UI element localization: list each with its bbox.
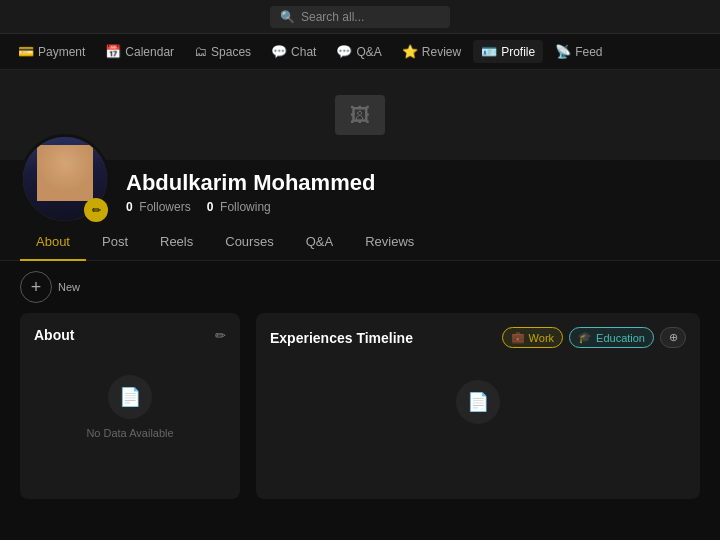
new-button[interactable]: + — [20, 271, 52, 303]
document-icon: 📄 — [119, 386, 141, 408]
exp-no-data-icon: 📄 — [456, 380, 500, 424]
nav-item-profile[interactable]: 🪪 Profile — [473, 40, 543, 63]
nav-label-chat: Chat — [291, 45, 316, 59]
tab-post[interactable]: Post — [86, 224, 144, 261]
nav-label-qna: Q&A — [356, 45, 381, 59]
followers-stat: 0 Followers — [126, 200, 191, 214]
education-icon: 🎓 — [578, 331, 592, 344]
following-stat: 0 Following — [207, 200, 271, 214]
profile-section: ✏ Abdulkarim Mohammed 0 Followers 0 Foll… — [0, 160, 720, 224]
exp-tags: 💼 Work 🎓 Education ⊕ — [502, 327, 686, 348]
search-placeholder: Search all... — [301, 10, 364, 24]
profile-name: Abdulkarim Mohammed — [126, 170, 375, 196]
tab-courses[interactable]: Courses — [209, 224, 289, 261]
profile-stats: 0 Followers 0 Following — [126, 200, 375, 214]
following-label: Following — [220, 200, 271, 214]
calendar-icon: 📅 — [105, 44, 121, 59]
tab-reviews[interactable]: Reviews — [349, 224, 430, 261]
avatar-wrapper: ✏ — [20, 134, 110, 224]
exp-title: Experiences Timeline — [270, 330, 413, 346]
nav-item-chat[interactable]: 💬 Chat — [263, 40, 324, 63]
about-no-data: 📄 No Data Available — [34, 355, 226, 459]
experiences-card: Experiences Timeline 💼 Work 🎓 Education … — [256, 313, 700, 499]
tag-more[interactable]: ⊕ — [660, 327, 686, 348]
followers-count: 0 — [126, 200, 133, 214]
review-icon: ⭐ — [402, 44, 418, 59]
nav-item-calendar[interactable]: 📅 Calendar — [97, 40, 182, 63]
payment-icon: 💳 — [18, 44, 34, 59]
nav-label-payment: Payment — [38, 45, 85, 59]
edit-avatar-button[interactable]: ✏ — [84, 198, 108, 222]
tab-qna[interactable]: Q&A — [290, 224, 349, 261]
profile-tabs: About Post Reels Courses Q&A Reviews — [0, 224, 720, 261]
about-card-header: About ✏ — [34, 327, 226, 343]
nav-item-review[interactable]: ⭐ Review — [394, 40, 469, 63]
more-icon: ⊕ — [669, 331, 678, 344]
tab-about[interactable]: About — [20, 224, 86, 261]
exp-document-icon: 📄 — [467, 391, 489, 413]
exp-no-data: 📄 — [270, 360, 686, 444]
cover-placeholder: 🖼 — [335, 95, 385, 135]
about-edit-icon[interactable]: ✏ — [215, 328, 226, 343]
profile-nav-icon: 🪪 — [481, 44, 497, 59]
tag-education-label: Education — [596, 332, 645, 344]
no-data-text: No Data Available — [86, 427, 173, 439]
search-container[interactable]: 🔍 Search all... — [270, 6, 450, 28]
tag-education[interactable]: 🎓 Education — [569, 327, 654, 348]
qna-nav-icon: 💬 — [336, 44, 352, 59]
no-data-icon: 📄 — [108, 375, 152, 419]
feed-icon: 📡 — [555, 44, 571, 59]
nav-item-spaces[interactable]: 🗂 Spaces — [186, 40, 259, 63]
nav-label-calendar: Calendar — [125, 45, 174, 59]
about-card-title: About — [34, 327, 74, 343]
spaces-icon: 🗂 — [194, 44, 207, 59]
exp-header: Experiences Timeline 💼 Work 🎓 Education … — [270, 327, 686, 348]
nav-label-profile: Profile — [501, 45, 535, 59]
nav-item-payment[interactable]: 💳 Payment — [10, 40, 93, 63]
image-placeholder-icon: 🖼 — [350, 104, 370, 127]
tag-work-label: Work — [529, 332, 554, 344]
top-bar: 🔍 Search all... — [0, 0, 720, 34]
profile-info: Abdulkarim Mohammed 0 Followers 0 Follow… — [126, 170, 375, 224]
nav-item-feed[interactable]: 📡 Feed — [547, 40, 610, 63]
tag-work[interactable]: 💼 Work — [502, 327, 563, 348]
search-icon: 🔍 — [280, 10, 295, 24]
followers-label: Followers — [139, 200, 190, 214]
chat-icon: 💬 — [271, 44, 287, 59]
nav-label-feed: Feed — [575, 45, 602, 59]
new-label: New — [58, 281, 80, 293]
about-card: About ✏ 📄 No Data Available — [20, 313, 240, 499]
nav-label-review: Review — [422, 45, 461, 59]
nav-label-spaces: Spaces — [211, 45, 251, 59]
tab-reels[interactable]: Reels — [144, 224, 209, 261]
work-icon: 💼 — [511, 331, 525, 344]
plus-icon: + — [31, 277, 42, 298]
nav-item-qna[interactable]: 💬 Q&A — [328, 40, 389, 63]
following-count: 0 — [207, 200, 214, 214]
content-area: About ✏ 📄 No Data Available Experiences … — [0, 313, 720, 499]
nav-bar: 💳 Payment 📅 Calendar 🗂 Spaces 💬 Chat 💬 Q… — [0, 34, 720, 70]
new-btn-area: + New — [0, 261, 720, 313]
